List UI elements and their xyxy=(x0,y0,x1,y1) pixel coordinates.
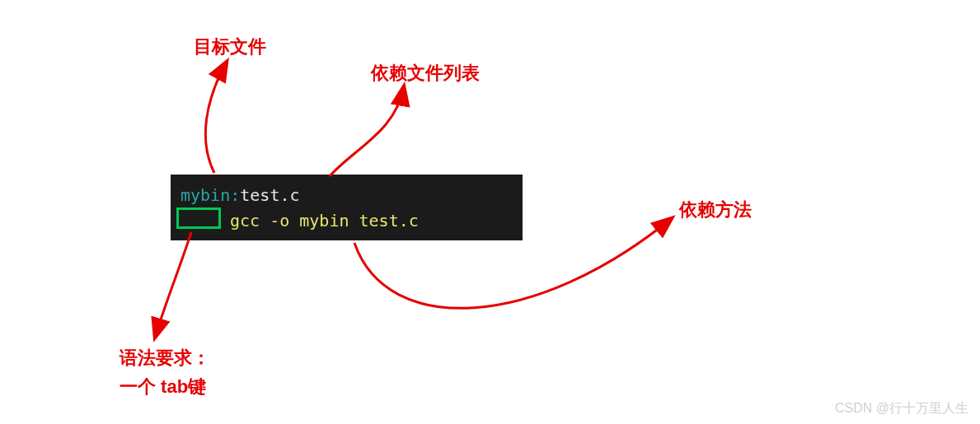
label-syntax-line2: 一个 tab键 xyxy=(120,375,206,399)
label-dep-method: 依赖方法 xyxy=(679,198,752,222)
code-separator: : xyxy=(230,185,240,205)
code-block: mybin:test.c gcc -o mybin test.c xyxy=(171,175,523,240)
arrow-target-file xyxy=(205,62,227,173)
code-deps: test.c xyxy=(240,185,299,205)
arrow-syntax xyxy=(155,232,191,338)
watermark: CSDN @行十万里人生 xyxy=(835,400,968,417)
code-line-1: mybin:test.c xyxy=(181,183,513,208)
code-line-2: gcc -o mybin test.c xyxy=(181,208,513,234)
label-target-file: 目标文件 xyxy=(194,35,266,59)
arrow-dep-list xyxy=(330,86,404,176)
label-dep-list: 依赖文件列表 xyxy=(371,61,480,86)
label-syntax-line1: 语法要求： xyxy=(120,346,210,370)
code-command: gcc -o mybin test.c xyxy=(230,211,419,231)
code-target: mybin xyxy=(181,185,230,205)
tab-indicator xyxy=(176,207,221,229)
